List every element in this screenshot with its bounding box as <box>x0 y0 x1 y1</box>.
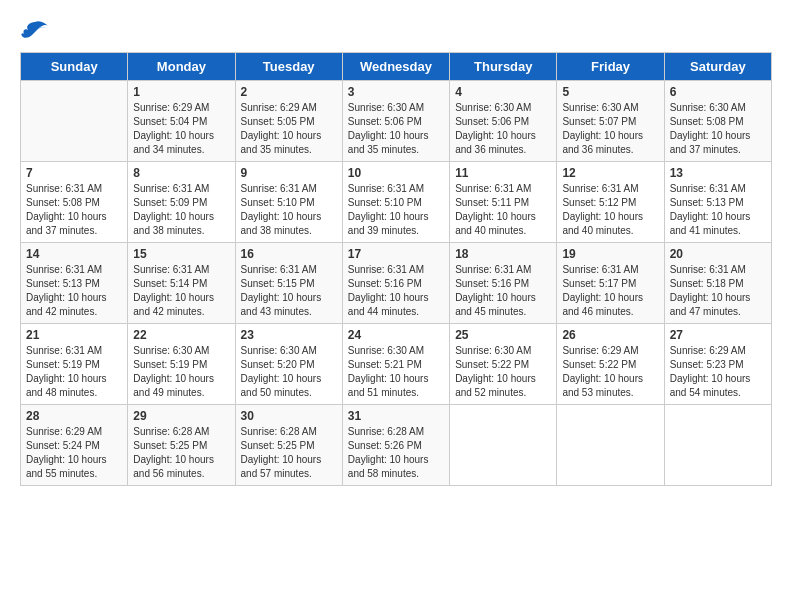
calendar-cell <box>557 405 664 486</box>
calendar-cell: 8Sunrise: 6:31 AMSunset: 5:09 PMDaylight… <box>128 162 235 243</box>
day-of-week-header: Sunday <box>21 53 128 81</box>
calendar-body: 1Sunrise: 6:29 AMSunset: 5:04 PMDaylight… <box>21 81 772 486</box>
calendar-cell: 31Sunrise: 6:28 AMSunset: 5:26 PMDayligh… <box>342 405 449 486</box>
day-number: 18 <box>455 247 551 261</box>
calendar-cell <box>450 405 557 486</box>
day-number: 24 <box>348 328 444 342</box>
calendar-cell: 21Sunrise: 6:31 AMSunset: 5:19 PMDayligh… <box>21 324 128 405</box>
calendar-cell: 9Sunrise: 6:31 AMSunset: 5:10 PMDaylight… <box>235 162 342 243</box>
calendar-cell: 14Sunrise: 6:31 AMSunset: 5:13 PMDayligh… <box>21 243 128 324</box>
cell-details: Sunrise: 6:30 AMSunset: 5:19 PMDaylight:… <box>133 344 229 400</box>
day-number: 11 <box>455 166 551 180</box>
day-number: 14 <box>26 247 122 261</box>
cell-details: Sunrise: 6:28 AMSunset: 5:25 PMDaylight:… <box>133 425 229 481</box>
cell-details: Sunrise: 6:31 AMSunset: 5:12 PMDaylight:… <box>562 182 658 238</box>
calendar-cell: 19Sunrise: 6:31 AMSunset: 5:17 PMDayligh… <box>557 243 664 324</box>
calendar-cell: 11Sunrise: 6:31 AMSunset: 5:11 PMDayligh… <box>450 162 557 243</box>
day-number: 16 <box>241 247 337 261</box>
cell-details: Sunrise: 6:30 AMSunset: 5:20 PMDaylight:… <box>241 344 337 400</box>
calendar-cell: 4Sunrise: 6:30 AMSunset: 5:06 PMDaylight… <box>450 81 557 162</box>
cell-details: Sunrise: 6:30 AMSunset: 5:21 PMDaylight:… <box>348 344 444 400</box>
cell-details: Sunrise: 6:29 AMSunset: 5:23 PMDaylight:… <box>670 344 766 400</box>
day-number: 15 <box>133 247 229 261</box>
calendar-week-row: 21Sunrise: 6:31 AMSunset: 5:19 PMDayligh… <box>21 324 772 405</box>
cell-details: Sunrise: 6:31 AMSunset: 5:10 PMDaylight:… <box>348 182 444 238</box>
day-number: 2 <box>241 85 337 99</box>
cell-details: Sunrise: 6:31 AMSunset: 5:15 PMDaylight:… <box>241 263 337 319</box>
day-number: 23 <box>241 328 337 342</box>
day-number: 19 <box>562 247 658 261</box>
day-number: 1 <box>133 85 229 99</box>
cell-details: Sunrise: 6:29 AMSunset: 5:22 PMDaylight:… <box>562 344 658 400</box>
cell-details: Sunrise: 6:30 AMSunset: 5:22 PMDaylight:… <box>455 344 551 400</box>
cell-details: Sunrise: 6:30 AMSunset: 5:06 PMDaylight:… <box>348 101 444 157</box>
day-of-week-header: Wednesday <box>342 53 449 81</box>
day-number: 7 <box>26 166 122 180</box>
day-number: 30 <box>241 409 337 423</box>
calendar-cell: 22Sunrise: 6:30 AMSunset: 5:19 PMDayligh… <box>128 324 235 405</box>
day-number: 3 <box>348 85 444 99</box>
calendar-table: SundayMondayTuesdayWednesdayThursdayFrid… <box>20 52 772 486</box>
day-number: 31 <box>348 409 444 423</box>
day-number: 5 <box>562 85 658 99</box>
cell-details: Sunrise: 6:31 AMSunset: 5:14 PMDaylight:… <box>133 263 229 319</box>
day-of-week-header: Saturday <box>664 53 771 81</box>
calendar-cell: 27Sunrise: 6:29 AMSunset: 5:23 PMDayligh… <box>664 324 771 405</box>
calendar-cell: 10Sunrise: 6:31 AMSunset: 5:10 PMDayligh… <box>342 162 449 243</box>
cell-details: Sunrise: 6:31 AMSunset: 5:09 PMDaylight:… <box>133 182 229 238</box>
day-number: 27 <box>670 328 766 342</box>
logo <box>20 20 54 42</box>
calendar-cell: 26Sunrise: 6:29 AMSunset: 5:22 PMDayligh… <box>557 324 664 405</box>
cell-details: Sunrise: 6:31 AMSunset: 5:11 PMDaylight:… <box>455 182 551 238</box>
calendar-cell: 18Sunrise: 6:31 AMSunset: 5:16 PMDayligh… <box>450 243 557 324</box>
day-number: 6 <box>670 85 766 99</box>
cell-details: Sunrise: 6:31 AMSunset: 5:13 PMDaylight:… <box>670 182 766 238</box>
calendar-cell: 23Sunrise: 6:30 AMSunset: 5:20 PMDayligh… <box>235 324 342 405</box>
day-number: 25 <box>455 328 551 342</box>
cell-details: Sunrise: 6:29 AMSunset: 5:04 PMDaylight:… <box>133 101 229 157</box>
day-number: 8 <box>133 166 229 180</box>
calendar-cell: 3Sunrise: 6:30 AMSunset: 5:06 PMDaylight… <box>342 81 449 162</box>
calendar-week-row: 1Sunrise: 6:29 AMSunset: 5:04 PMDaylight… <box>21 81 772 162</box>
day-of-week-header: Friday <box>557 53 664 81</box>
calendar-cell: 6Sunrise: 6:30 AMSunset: 5:08 PMDaylight… <box>664 81 771 162</box>
calendar-cell: 2Sunrise: 6:29 AMSunset: 5:05 PMDaylight… <box>235 81 342 162</box>
calendar-cell: 1Sunrise: 6:29 AMSunset: 5:04 PMDaylight… <box>128 81 235 162</box>
calendar-header: SundayMondayTuesdayWednesdayThursdayFrid… <box>21 53 772 81</box>
day-of-week-header: Tuesday <box>235 53 342 81</box>
cell-details: Sunrise: 6:28 AMSunset: 5:26 PMDaylight:… <box>348 425 444 481</box>
calendar-week-row: 28Sunrise: 6:29 AMSunset: 5:24 PMDayligh… <box>21 405 772 486</box>
day-number: 26 <box>562 328 658 342</box>
calendar-week-row: 7Sunrise: 6:31 AMSunset: 5:08 PMDaylight… <box>21 162 772 243</box>
day-number: 17 <box>348 247 444 261</box>
day-of-week-header: Thursday <box>450 53 557 81</box>
cell-details: Sunrise: 6:30 AMSunset: 5:06 PMDaylight:… <box>455 101 551 157</box>
calendar-cell: 12Sunrise: 6:31 AMSunset: 5:12 PMDayligh… <box>557 162 664 243</box>
cell-details: Sunrise: 6:31 AMSunset: 5:19 PMDaylight:… <box>26 344 122 400</box>
cell-details: Sunrise: 6:29 AMSunset: 5:05 PMDaylight:… <box>241 101 337 157</box>
header-row: SundayMondayTuesdayWednesdayThursdayFrid… <box>21 53 772 81</box>
calendar-cell: 16Sunrise: 6:31 AMSunset: 5:15 PMDayligh… <box>235 243 342 324</box>
calendar-cell: 7Sunrise: 6:31 AMSunset: 5:08 PMDaylight… <box>21 162 128 243</box>
calendar-week-row: 14Sunrise: 6:31 AMSunset: 5:13 PMDayligh… <box>21 243 772 324</box>
day-number: 22 <box>133 328 229 342</box>
cell-details: Sunrise: 6:31 AMSunset: 5:18 PMDaylight:… <box>670 263 766 319</box>
day-number: 28 <box>26 409 122 423</box>
calendar-cell: 15Sunrise: 6:31 AMSunset: 5:14 PMDayligh… <box>128 243 235 324</box>
calendar-cell: 13Sunrise: 6:31 AMSunset: 5:13 PMDayligh… <box>664 162 771 243</box>
logo-icon <box>20 20 50 42</box>
day-number: 12 <box>562 166 658 180</box>
calendar-cell: 17Sunrise: 6:31 AMSunset: 5:16 PMDayligh… <box>342 243 449 324</box>
day-of-week-header: Monday <box>128 53 235 81</box>
day-number: 13 <box>670 166 766 180</box>
cell-details: Sunrise: 6:31 AMSunset: 5:17 PMDaylight:… <box>562 263 658 319</box>
cell-details: Sunrise: 6:31 AMSunset: 5:13 PMDaylight:… <box>26 263 122 319</box>
day-number: 9 <box>241 166 337 180</box>
page-header <box>20 20 772 42</box>
calendar-cell: 24Sunrise: 6:30 AMSunset: 5:21 PMDayligh… <box>342 324 449 405</box>
day-number: 29 <box>133 409 229 423</box>
cell-details: Sunrise: 6:31 AMSunset: 5:10 PMDaylight:… <box>241 182 337 238</box>
calendar-cell <box>664 405 771 486</box>
calendar-cell: 30Sunrise: 6:28 AMSunset: 5:25 PMDayligh… <box>235 405 342 486</box>
cell-details: Sunrise: 6:31 AMSunset: 5:16 PMDaylight:… <box>455 263 551 319</box>
